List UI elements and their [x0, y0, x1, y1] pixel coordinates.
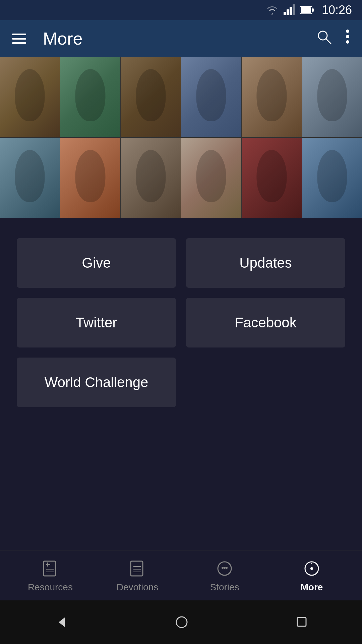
world-challenge-button[interactable]: World Challenge [17, 358, 176, 407]
photo-cell-11 [242, 138, 301, 218]
nav-item-more[interactable]: More [268, 558, 355, 593]
button-row-1: Give Updates [17, 238, 345, 288]
header-left: More [12, 29, 82, 49]
svg-rect-17 [131, 561, 143, 576]
svg-rect-30 [297, 618, 306, 626]
wifi-icon [265, 5, 279, 15]
more-label: More [301, 582, 323, 593]
nav-item-resources[interactable]: Resources [7, 558, 94, 593]
stories-label: Stories [210, 582, 239, 593]
more-nav-icon [302, 558, 322, 579]
battery-icon [300, 5, 314, 15]
svg-rect-0 [284, 12, 286, 15]
updates-button[interactable]: Updates [186, 238, 345, 288]
svg-rect-5 [301, 7, 311, 13]
devotions-icon [127, 558, 147, 579]
header: More [0, 20, 362, 57]
signal-icon [284, 4, 295, 16]
svg-rect-12 [44, 561, 56, 576]
svg-point-9 [346, 30, 349, 33]
resources-icon [40, 558, 60, 579]
svg-point-23 [224, 567, 226, 569]
svg-point-22 [222, 567, 224, 569]
devotions-label: Devotions [117, 582, 159, 593]
recents-button[interactable] [295, 615, 309, 629]
status-time: 10:26 [322, 3, 352, 17]
twitter-button[interactable]: Twitter [17, 298, 176, 347]
facebook-button[interactable]: Facebook [186, 298, 345, 347]
photo-cell-9 [121, 138, 181, 218]
give-button[interactable]: Give [17, 238, 176, 288]
svg-point-24 [226, 567, 228, 569]
svg-rect-6 [312, 8, 314, 12]
stories-icon [215, 558, 235, 579]
photo-cell-1 [0, 57, 60, 137]
vertical-dots-button[interactable] [345, 29, 350, 48]
svg-rect-3 [293, 4, 295, 15]
content-area: Give Updates Twitter Facebook World Chal… [0, 218, 362, 427]
search-button[interactable] [316, 29, 332, 48]
svg-point-26 [310, 567, 313, 570]
photo-cell-4 [181, 57, 241, 137]
photo-grid [0, 57, 362, 218]
photo-cell-2 [60, 57, 120, 137]
header-title: More [43, 29, 82, 49]
hamburger-icon[interactable] [12, 34, 26, 44]
button-row-3: World Challenge [17, 358, 345, 407]
svg-rect-2 [290, 7, 292, 15]
bottom-nav: Resources Devotions Stories [0, 550, 362, 600]
photo-cell-5 [242, 57, 301, 137]
status-icons: 10:26 [265, 3, 352, 17]
android-nav-bar [0, 600, 362, 644]
nav-item-stories[interactable]: Stories [181, 558, 268, 593]
svg-rect-1 [287, 9, 289, 15]
photo-cell-12 [302, 138, 362, 218]
button-row-2: Twitter Facebook [17, 298, 345, 347]
header-right [316, 29, 350, 48]
photo-cell-3 [121, 57, 181, 137]
photo-cell-10 [181, 138, 241, 218]
resources-label: Resources [28, 582, 73, 593]
photo-cell-6 [302, 57, 362, 137]
svg-line-8 [326, 39, 331, 44]
svg-point-29 [176, 617, 187, 628]
back-button[interactable] [53, 615, 68, 630]
svg-point-11 [346, 40, 349, 44]
photo-cell-8 [60, 138, 120, 218]
status-bar: 10:26 [0, 0, 362, 20]
nav-item-devotions[interactable]: Devotions [94, 558, 181, 593]
svg-point-10 [346, 35, 349, 38]
photo-cell-7 [0, 138, 60, 218]
svg-marker-28 [59, 618, 65, 627]
home-button[interactable] [174, 615, 189, 630]
